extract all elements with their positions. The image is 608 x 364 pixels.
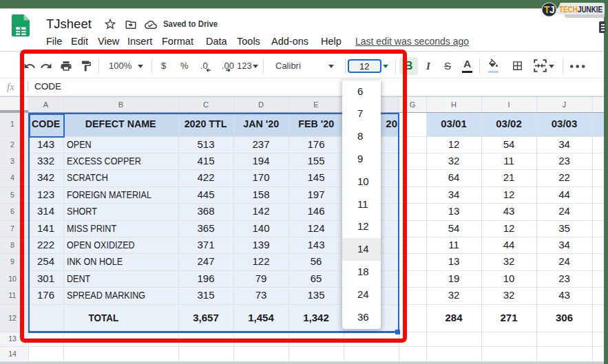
svg-text:J: J [549, 4, 555, 15]
